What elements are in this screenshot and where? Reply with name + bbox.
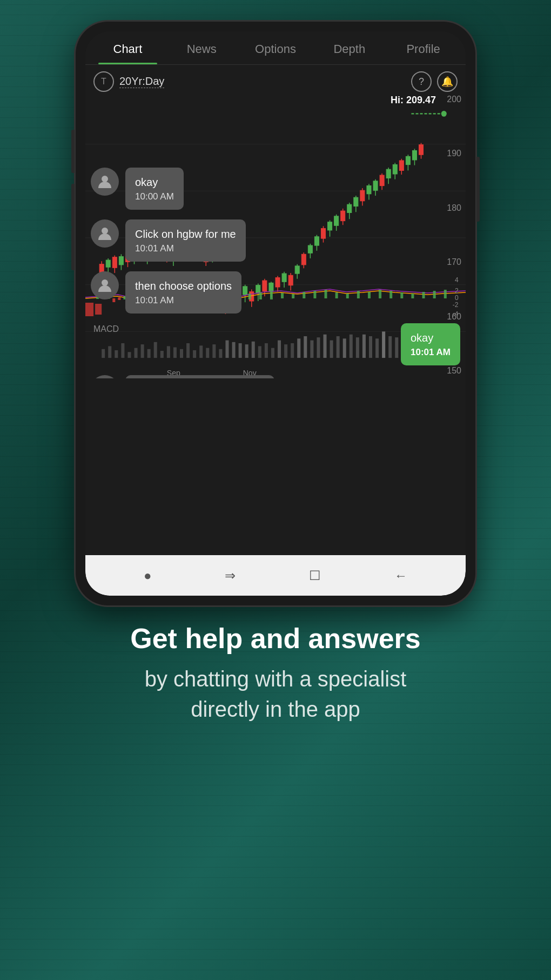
alert-button[interactable]: 🔔 (437, 71, 458, 92)
symbol-name: 20Yr:Day (119, 75, 164, 88)
svg-point-200 (102, 279, 108, 286)
message-time-1: 10:00 AM (135, 191, 174, 202)
svg-point-198 (102, 176, 108, 182)
tab-options[interactable]: Options (239, 31, 313, 64)
app-content: Chart News Options Depth Profile (85, 31, 466, 555)
avatar-5 (91, 375, 119, 378)
message-time-2: 10:01 AM (135, 243, 236, 254)
svg-point-106 (441, 111, 447, 117)
message-bubble-1: okay 10:00 AM (125, 168, 184, 210)
chat-message-2: Click on hgbw for me 10:01 AM (91, 219, 460, 262)
footer-headline: Get help and answers (130, 622, 421, 655)
tab-profile[interactable]: Profile (386, 31, 460, 64)
svg-rect-100 (406, 156, 410, 164)
message-text-3: then choose options (135, 279, 232, 293)
chart-symbol: T 20Yr:Day (93, 71, 164, 92)
footer-section: Get help and answers by chatting with a … (98, 622, 453, 724)
message-text-4: okay (411, 331, 451, 345)
nav-back[interactable]: ← (394, 568, 407, 583)
symbol-icon: T (93, 71, 114, 92)
message-text-2: Click on hgbw for me (135, 227, 236, 241)
avatar-3 (91, 271, 119, 299)
chart-area: T 20Yr:Day ? 🔔 Hi: 209.47 200 190 180 (85, 65, 466, 378)
bottom-navigation: ● ⇒ ☐ ← (85, 555, 466, 596)
svg-rect-102 (412, 151, 416, 160)
nav-swap[interactable]: ⇒ (225, 568, 236, 583)
tab-depth[interactable]: Depth (312, 31, 386, 64)
message-time-3: 10:01 AM (135, 295, 232, 306)
message-bubble-2: Click on hgbw for me 10:01 AM (125, 219, 246, 262)
chat-message-5: Let's build an options order 10:01 AM (91, 375, 460, 378)
message-bubble-4: okay 10:01 AM (401, 323, 460, 365)
chat-message-1: okay 10:00 AM (91, 168, 460, 210)
chart-icons: ? 🔔 (411, 71, 458, 92)
tab-bar: Chart News Options Depth Profile (85, 31, 466, 65)
tab-chart[interactable]: Chart (91, 31, 165, 64)
phone-mockup: Chart News Options Depth Profile (76, 22, 475, 605)
nav-square[interactable]: ☐ (309, 568, 321, 583)
help-button[interactable]: ? (411, 71, 432, 92)
nav-dot[interactable]: ● (144, 568, 152, 583)
svg-rect-104 (419, 145, 424, 155)
chat-message-3: then choose options 10:01 AM (91, 271, 460, 314)
tab-news[interactable]: News (165, 31, 239, 64)
message-bubble-3: then choose options 10:01 AM (125, 271, 241, 314)
message-time-4: 10:01 AM (411, 347, 451, 358)
footer-subtext: by chatting with a specialistdirectly in… (130, 664, 421, 724)
chart-header: T 20Yr:Day ? 🔔 (85, 65, 466, 98)
phone-screen: Chart News Options Depth Profile (85, 31, 466, 596)
chat-message-4: okay 10:01 AM (91, 323, 460, 365)
avatar-1 (91, 168, 119, 196)
message-bubble-5: Let's build an options order 10:01 AM (125, 375, 274, 378)
svg-point-199 (102, 228, 108, 234)
avatar-2 (91, 219, 119, 248)
message-text-1: okay (135, 175, 174, 189)
